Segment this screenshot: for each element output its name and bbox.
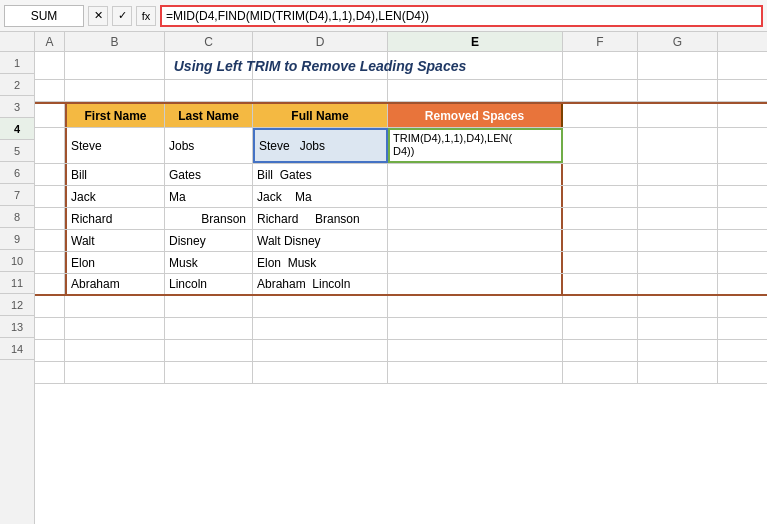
cell-g3[interactable] — [638, 104, 718, 127]
cell-f11[interactable] — [563, 296, 638, 317]
cell-b12[interactable] — [65, 318, 165, 339]
row-num-3[interactable]: 3 — [0, 96, 34, 118]
cell-g2[interactable] — [638, 80, 718, 101]
row-num-4[interactable]: 4 — [0, 118, 34, 140]
cell-a14[interactable] — [35, 362, 65, 383]
cell-d6[interactable]: Jack Ma — [253, 186, 388, 207]
cell-f14[interactable] — [563, 362, 638, 383]
row-num-14[interactable]: 14 — [0, 338, 34, 360]
cell-f12[interactable] — [563, 318, 638, 339]
cell-d9[interactable]: Elon Musk — [253, 252, 388, 273]
row-num-6[interactable]: 6 — [0, 162, 34, 184]
cell-f6[interactable] — [563, 186, 638, 207]
name-box[interactable]: SUM — [4, 5, 84, 27]
cell-f9[interactable] — [563, 252, 638, 273]
cell-a5[interactable] — [35, 164, 65, 185]
row-num-13[interactable]: 13 — [0, 316, 34, 338]
cell-c10[interactable]: Lincoln — [165, 274, 253, 294]
cell-g8[interactable] — [638, 230, 718, 251]
cell-d13[interactable] — [253, 340, 388, 361]
cell-f4[interactable] — [563, 128, 638, 163]
cell-b5[interactable]: Bill — [65, 164, 165, 185]
cell-d2[interactable] — [253, 80, 388, 101]
col-header-a[interactable]: A — [35, 32, 65, 51]
cell-f3[interactable] — [563, 104, 638, 127]
cell-b14[interactable] — [65, 362, 165, 383]
cell-c4[interactable]: Jobs — [165, 128, 253, 163]
cancel-button[interactable]: ✕ — [88, 6, 108, 26]
cell-g1[interactable] — [638, 52, 718, 79]
cell-a4[interactable] — [35, 128, 65, 163]
cell-a11[interactable] — [35, 296, 65, 317]
row-num-9[interactable]: 9 — [0, 228, 34, 250]
cell-a7[interactable] — [35, 208, 65, 229]
cell-full-name-header[interactable]: Full Name — [253, 104, 388, 127]
cell-f2[interactable] — [563, 80, 638, 101]
col-header-g[interactable]: G — [638, 32, 718, 51]
row-num-11[interactable]: 11 — [0, 272, 34, 294]
cell-e6[interactable] — [388, 186, 563, 207]
cell-last-name-header[interactable]: Last Name — [165, 104, 253, 127]
row-num-1[interactable]: 1 — [0, 52, 34, 74]
cell-removed-spaces-header[interactable]: Removed Spaces — [388, 104, 563, 127]
cell-d14[interactable] — [253, 362, 388, 383]
cell-a8[interactable] — [35, 230, 65, 251]
cell-b8[interactable]: Walt — [65, 230, 165, 251]
cell-e12[interactable] — [388, 318, 563, 339]
cell-b4[interactable]: Steve — [65, 128, 165, 163]
cell-a6[interactable] — [35, 186, 65, 207]
fx-button[interactable]: fx — [136, 6, 156, 26]
cell-g14[interactable] — [638, 362, 718, 383]
col-header-b[interactable]: B — [65, 32, 165, 51]
cell-g9[interactable] — [638, 252, 718, 273]
cell-a12[interactable] — [35, 318, 65, 339]
cell-b1[interactable] — [65, 52, 165, 79]
cell-c9[interactable]: Musk — [165, 252, 253, 273]
cell-f8[interactable] — [563, 230, 638, 251]
row-num-8[interactable]: 8 — [0, 206, 34, 228]
cell-a3[interactable] — [35, 104, 65, 127]
cell-d4[interactable]: Steve Jobs — [253, 128, 388, 163]
col-header-f[interactable]: F — [563, 32, 638, 51]
cell-d11[interactable] — [253, 296, 388, 317]
cell-d8[interactable]: Walt Disney — [253, 230, 388, 251]
cell-c13[interactable] — [165, 340, 253, 361]
cell-b2[interactable] — [65, 80, 165, 101]
cell-g13[interactable] — [638, 340, 718, 361]
cell-b10[interactable]: Abraham — [65, 274, 165, 294]
cell-g7[interactable] — [638, 208, 718, 229]
cell-d7[interactable]: Richard Branson — [253, 208, 388, 229]
cell-g11[interactable] — [638, 296, 718, 317]
cell-e4[interactable]: TRIM(D4),1,1),D4),LEN(D4)) — [388, 128, 563, 163]
row-num-7[interactable]: 7 — [0, 184, 34, 206]
cell-c8[interactable]: Disney — [165, 230, 253, 251]
row-num-2[interactable]: 2 — [0, 74, 34, 96]
col-header-c[interactable]: C — [165, 32, 253, 51]
cell-a1[interactable] — [35, 52, 65, 79]
confirm-button[interactable]: ✓ — [112, 6, 132, 26]
cell-b13[interactable] — [65, 340, 165, 361]
cell-e10[interactable] — [388, 274, 563, 294]
cell-e14[interactable] — [388, 362, 563, 383]
col-header-d[interactable]: D — [253, 32, 388, 51]
cell-b9[interactable]: Elon — [65, 252, 165, 273]
cell-a9[interactable] — [35, 252, 65, 273]
cell-f10[interactable] — [563, 274, 638, 294]
cell-g10[interactable] — [638, 274, 718, 294]
row-num-12[interactable]: 12 — [0, 294, 34, 316]
cell-b11[interactable] — [65, 296, 165, 317]
cell-f7[interactable] — [563, 208, 638, 229]
cell-f1[interactable] — [563, 52, 638, 79]
cell-first-name-header[interactable]: First Name — [65, 104, 165, 127]
cell-d1[interactable]: Using Left TRIM to Remove Leading Spaces — [253, 52, 388, 79]
cell-e7[interactable] — [388, 208, 563, 229]
cell-a10[interactable] — [35, 274, 65, 294]
cell-g6[interactable] — [638, 186, 718, 207]
cell-g5[interactable] — [638, 164, 718, 185]
cell-e8[interactable] — [388, 230, 563, 251]
cell-c7[interactable]: Branson — [165, 208, 253, 229]
cell-e9[interactable] — [388, 252, 563, 273]
cell-f13[interactable] — [563, 340, 638, 361]
cell-d10[interactable]: Abraham Lincoln — [253, 274, 388, 294]
cell-c2[interactable] — [165, 80, 253, 101]
